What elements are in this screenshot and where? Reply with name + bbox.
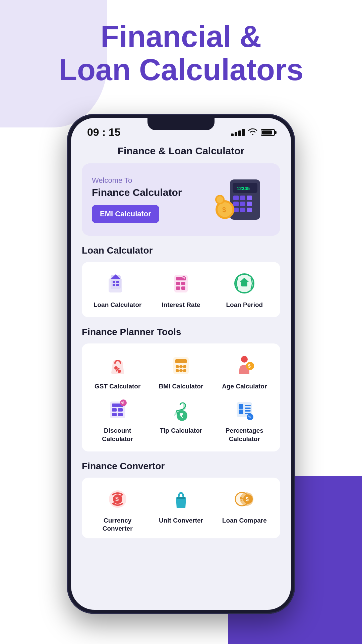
interest-rate-label: Interest Rate: [162, 301, 200, 309]
svg-rect-28: [176, 286, 180, 290]
svg-rect-27: [181, 282, 185, 285]
svg-point-46: [241, 356, 248, 363]
gst-icon: [104, 352, 131, 378]
banner-text: Welcome To Finance Calculator EMI Calcul…: [92, 176, 210, 223]
tip-icon: ₹: [168, 396, 194, 423]
gst-calculator-card[interactable]: GST Calculator: [88, 352, 146, 391]
unit-converter-card[interactable]: Unit Converter: [152, 486, 210, 533]
loan-period-card[interactable]: Loan Period: [216, 270, 274, 309]
age-calculator-card[interactable]: $ Age Calculator: [216, 352, 274, 391]
svg-rect-6: [233, 202, 239, 206]
planner-cards-grid: GST Calculator: [82, 343, 280, 451]
svg-text:$: $: [115, 496, 119, 502]
svg-rect-7: [240, 202, 245, 206]
banner-welcome-label: Welcome To: [92, 176, 210, 185]
currency-icon: $: [104, 486, 131, 513]
loan-section-title: Loan Calculator: [82, 245, 280, 256]
page-title: Financial & Loan Calculators: [0, 20, 362, 87]
tip-label: Tip Calculator: [160, 427, 202, 435]
phone-frame: 09 : 15: [67, 114, 295, 614]
svg-rect-73: [177, 497, 185, 499]
svg-point-45: [183, 369, 186, 372]
convertor-cards-grid: $ Currency Converter: [82, 478, 280, 538]
gst-label: GST Calculator: [95, 382, 140, 391]
banner-illustration: 12345 $: [210, 173, 270, 226]
status-time: 09 : 15: [87, 126, 121, 139]
svg-rect-63: [245, 408, 251, 409]
svg-rect-21: [116, 281, 119, 283]
svg-point-44: [179, 369, 183, 372]
svg-text:%: %: [248, 415, 251, 419]
svg-point-36: [118, 370, 121, 373]
svg-rect-29: [181, 286, 185, 290]
bmi-label: BMI Calculator: [159, 382, 203, 391]
svg-rect-51: [112, 408, 117, 412]
svg-point-16: [217, 196, 223, 203]
status-icons: [231, 127, 275, 138]
svg-point-41: [179, 365, 183, 368]
svg-point-43: [176, 369, 179, 372]
banner-finance-title: Finance Calculator: [92, 187, 210, 198]
unit-icon: [168, 486, 194, 513]
discount-calculator-card[interactable]: % Discount Calculator: [88, 396, 146, 443]
svg-text:%: %: [182, 276, 185, 280]
bmi-icon: [168, 352, 194, 378]
loan-compare-label: Loan Compare: [222, 517, 267, 525]
discount-label: Discount Calculator: [88, 427, 146, 443]
loan-cards-grid: Loan Calculator: [82, 262, 280, 317]
svg-rect-34: [241, 282, 247, 286]
svg-point-35: [114, 366, 118, 370]
svg-rect-8: [247, 202, 252, 206]
svg-rect-60: [239, 404, 243, 409]
emi-calculator-button[interactable]: EMI Calculator: [92, 205, 159, 223]
tip-calculator-card[interactable]: ₹ Tip Calculator: [152, 396, 210, 443]
percent-icon: %: [231, 396, 258, 423]
svg-text:$: $: [248, 363, 251, 369]
svg-text:$: $: [222, 206, 226, 213]
phone-content: Finance & Loan Calculator Welcome To Fin…: [71, 142, 291, 538]
battery-icon: [261, 129, 275, 136]
svg-text:%: %: [121, 401, 124, 405]
svg-rect-22: [113, 284, 115, 286]
loan-calc-icon: [104, 270, 131, 297]
welcome-banner: Welcome To Finance Calculator EMI Calcul…: [82, 163, 280, 236]
planner-section-title: Finance Planner Tools: [82, 327, 280, 337]
svg-rect-52: [118, 408, 123, 412]
loan-calculator-label: Loan Calculator: [94, 301, 142, 309]
age-label: Age Calculator: [222, 382, 267, 391]
svg-rect-20: [113, 281, 115, 283]
currency-converter-label: Currency Converter: [88, 517, 146, 533]
loan-period-icon: [231, 270, 258, 297]
svg-rect-5: [247, 196, 252, 200]
svg-rect-53: [112, 413, 117, 416]
loan-period-label: Loan Period: [226, 301, 263, 309]
percentages-calculator-card[interactable]: % Percentages Calculator: [216, 396, 274, 443]
svg-text:$: $: [246, 496, 249, 502]
svg-point-42: [183, 365, 186, 368]
svg-point-40: [176, 365, 179, 368]
svg-rect-23: [116, 284, 119, 286]
phone-inner: 09 : 15: [71, 118, 291, 610]
interest-rate-card[interactable]: % Interest Rate: [152, 270, 210, 309]
discount-icon: %: [104, 396, 131, 423]
unit-converter-label: Unit Converter: [159, 517, 203, 525]
svg-rect-4: [240, 196, 245, 200]
svg-text:12345: 12345: [237, 186, 250, 191]
loan-compare-card[interactable]: % $ Loan Compare: [216, 486, 274, 533]
svg-text:₹: ₹: [179, 413, 183, 419]
app-title: Finance & Loan Calculator: [82, 142, 280, 163]
loan-calculator-card[interactable]: Loan Calculator: [88, 270, 146, 309]
svg-rect-10: [240, 208, 245, 212]
svg-rect-11: [247, 208, 252, 212]
percentages-label: Percentages Calculator: [216, 427, 274, 443]
currency-converter-card[interactable]: $ Currency Converter: [88, 486, 146, 533]
bmi-calculator-card[interactable]: BMI Calculator: [152, 352, 210, 391]
age-icon: $: [231, 352, 258, 378]
svg-rect-62: [245, 405, 251, 406]
convertor-section-title: Finance Convertor: [82, 461, 280, 472]
phone-notch: [147, 118, 215, 130]
signal-icon: [231, 129, 245, 136]
svg-rect-54: [118, 413, 123, 416]
svg-rect-64: [245, 410, 251, 412]
svg-rect-3: [233, 196, 239, 200]
